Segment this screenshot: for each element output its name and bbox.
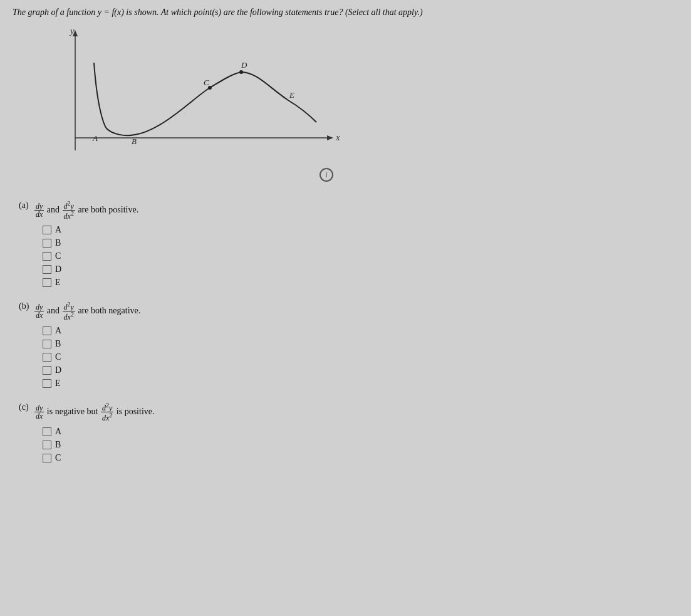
option-label-b-D: D bbox=[55, 365, 61, 375]
parts-container: (a) dy dx and d2y dx2 are both positive. bbox=[19, 201, 678, 463]
part-c: (c) dy dx is negative but d2y dx2 is pos… bbox=[19, 402, 678, 463]
part-a-description: are both positive. bbox=[78, 204, 138, 214]
option-a-D[interactable]: D bbox=[43, 264, 678, 274]
option-label-a-B: B bbox=[55, 238, 61, 248]
checkbox-b-C[interactable] bbox=[43, 353, 51, 362]
dy-dx-fraction-b: dy dx bbox=[34, 303, 44, 319]
part-a-text: dy dx and d2y dx2 are both positive. bbox=[34, 201, 138, 220]
svg-text:B: B bbox=[132, 137, 137, 146]
part-c-description: is negative but bbox=[47, 406, 98, 415]
checkbox-a-B[interactable] bbox=[43, 239, 51, 248]
main-container: The graph of a function y = f(x) is show… bbox=[0, 0, 691, 616]
option-label-c-A: A bbox=[55, 427, 61, 437]
option-a-A[interactable]: A bbox=[43, 225, 678, 235]
option-label-a-D: D bbox=[55, 264, 61, 274]
part-a-letter: (a) bbox=[19, 201, 30, 211]
part-a-options: A B C D E bbox=[43, 225, 678, 288]
option-label-b-B: B bbox=[55, 339, 61, 349]
svg-marker-3 bbox=[327, 135, 333, 140]
option-c-A[interactable]: A bbox=[43, 427, 678, 437]
option-label-a-E: E bbox=[55, 278, 61, 288]
option-c-C[interactable]: C bbox=[43, 453, 678, 463]
part-c-letter: (c) bbox=[19, 402, 30, 412]
part-a-label: (a) dy dx and d2y dx2 are both positive. bbox=[19, 201, 678, 220]
part-a-connector: and bbox=[47, 204, 62, 214]
part-c-options: A B C bbox=[43, 427, 678, 463]
option-a-C[interactable]: C bbox=[43, 251, 678, 261]
option-a-E[interactable]: E bbox=[43, 278, 678, 288]
checkbox-b-B[interactable] bbox=[43, 340, 51, 348]
checkbox-b-E[interactable] bbox=[43, 379, 51, 388]
d2y-dx2-fraction-b: d2y dx2 bbox=[63, 301, 75, 321]
checkbox-b-D[interactable] bbox=[43, 366, 51, 375]
checkbox-c-A[interactable] bbox=[43, 427, 51, 436]
part-a: (a) dy dx and d2y dx2 are both positive. bbox=[19, 201, 678, 288]
option-b-A[interactable]: A bbox=[43, 326, 678, 336]
checkbox-c-C[interactable] bbox=[43, 454, 51, 462]
option-b-C[interactable]: C bbox=[43, 352, 678, 362]
option-label-c-B: B bbox=[55, 440, 61, 450]
checkbox-c-B[interactable] bbox=[43, 441, 51, 449]
option-label-a-C: C bbox=[55, 251, 61, 261]
checkbox-a-A[interactable] bbox=[43, 226, 51, 234]
option-c-B[interactable]: B bbox=[43, 440, 678, 450]
part-b-text: dy dx and d2y dx2 are both negative. bbox=[34, 301, 140, 321]
checkbox-a-D[interactable] bbox=[43, 265, 51, 274]
svg-text:y: y bbox=[69, 26, 75, 36]
graph-area: y x A B C D E bbox=[25, 25, 351, 175]
svg-text:x: x bbox=[335, 132, 340, 142]
svg-text:C: C bbox=[204, 78, 209, 87]
dy-dx-fraction-c: dy dx bbox=[34, 404, 44, 420]
checkbox-a-E[interactable] bbox=[43, 278, 51, 287]
svg-text:A: A bbox=[92, 133, 98, 143]
d2y-dx2-fraction-a: d2y dx2 bbox=[63, 201, 75, 220]
option-label-c-C: C bbox=[55, 453, 61, 463]
option-label-a-A: A bbox=[55, 225, 61, 235]
part-b-letter: (b) bbox=[19, 301, 30, 311]
info-icon[interactable]: i bbox=[320, 168, 333, 182]
option-label-b-C: C bbox=[55, 352, 61, 362]
part-b-options: A B C D E bbox=[43, 326, 678, 389]
svg-text:D: D bbox=[241, 60, 247, 70]
part-b-connector: and bbox=[47, 305, 62, 315]
part-c-suffix: is positive. bbox=[117, 406, 155, 415]
option-a-B[interactable]: B bbox=[43, 238, 678, 248]
svg-text:E: E bbox=[289, 90, 294, 100]
graph-svg: y x A B C D E bbox=[25, 25, 351, 175]
option-b-B[interactable]: B bbox=[43, 339, 678, 349]
svg-point-10 bbox=[239, 70, 243, 74]
option-label-b-A: A bbox=[55, 326, 61, 336]
option-label-b-E: E bbox=[55, 378, 61, 389]
part-c-label: (c) dy dx is negative but d2y dx2 is pos… bbox=[19, 402, 678, 422]
part-b: (b) dy dx and d2y dx2 are both negative. bbox=[19, 301, 678, 389]
d2y-dx2-fraction-c: d2y dx2 bbox=[101, 402, 113, 422]
checkbox-b-A[interactable] bbox=[43, 326, 51, 335]
dy-dx-fraction-a: dy dx bbox=[34, 202, 44, 218]
part-b-description: are both negative. bbox=[78, 305, 140, 315]
option-b-E[interactable]: E bbox=[43, 378, 678, 389]
question-header: The graph of a function y = f(x) is show… bbox=[13, 6, 678, 19]
checkbox-a-C[interactable] bbox=[43, 252, 51, 261]
part-c-text: dy dx is negative but d2y dx2 is positiv… bbox=[34, 402, 154, 422]
part-b-label: (b) dy dx and d2y dx2 are both negative. bbox=[19, 301, 678, 321]
option-b-D[interactable]: D bbox=[43, 365, 678, 375]
